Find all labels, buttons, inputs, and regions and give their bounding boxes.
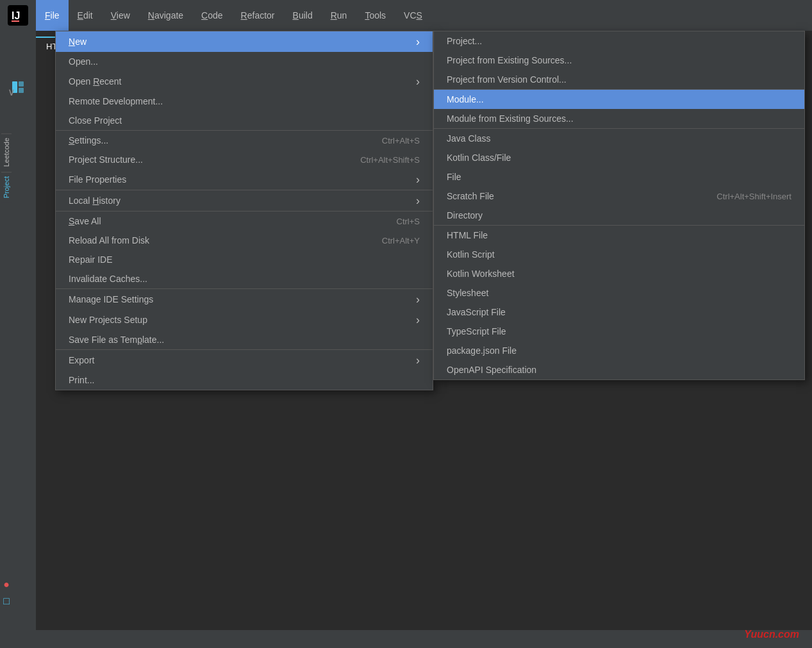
file-menu-open-recent[interactable]: Open Recent (56, 71, 433, 92)
new-openapi[interactable]: OpenAPI Specification (434, 360, 804, 379)
file-menu-save-all[interactable]: Save All Ctrl+S (56, 211, 433, 231)
new-stylesheet-label: Stylesheet (447, 288, 488, 298)
file-menu-save-template[interactable]: Save File as Template... (56, 330, 433, 349)
watermark-text: Yuucn.com (744, 629, 799, 640)
file-menu-remote-dev[interactable]: Remote Development... (56, 92, 433, 111)
new-java-class-label: Java Class (447, 133, 490, 144)
new-project-label: Project... (447, 36, 482, 46)
new-kotlin-script-label: Kotlin Script (447, 249, 495, 260)
menu-navigate[interactable]: Navigate (139, 0, 192, 31)
menu-file[interactable]: File (36, 0, 69, 31)
manage-ide-arrow (416, 294, 420, 305)
file-menu-project-structure-shortcut: Ctrl+Alt+Shift+S (360, 155, 420, 165)
file-menu-remote-dev-label: Remote Development... (69, 96, 163, 106)
file-menu-local-history[interactable]: Local History (56, 190, 433, 211)
menu-navigate-label: Navigate (148, 10, 183, 21)
file-properties-arrow (416, 174, 420, 185)
file-menu-repair-ide-label: Repair IDE (69, 254, 112, 265)
menu-items: File Edit View Navigate Code Refactor Bu… (36, 0, 431, 31)
file-menu-open[interactable]: Open... (56, 52, 433, 71)
file-menu-local-history-label: Local History (69, 195, 120, 206)
file-menu-project-structure[interactable]: Project Structure... Ctrl+Alt+Shift+S (56, 150, 433, 169)
sidebar-bottom-icon2[interactable]: □ (1, 593, 12, 610)
menu-code-label: Code (201, 10, 222, 21)
menu-view[interactable]: View (102, 0, 139, 31)
new-file[interactable]: File (434, 167, 804, 187)
sidebar-chevron-icon[interactable]: ∨ (8, 86, 15, 98)
file-menu-manage-ide-label: Manage IDE Settings (69, 294, 153, 304)
new-scratch-file[interactable]: Scratch File Ctrl+Alt+Shift+Insert (434, 187, 804, 206)
new-java-class[interactable]: Java Class (434, 128, 804, 148)
file-menu-open-label: Open... (69, 56, 98, 67)
file-menu-repair-ide[interactable]: Repair IDE (56, 250, 433, 269)
new-kotlin-class[interactable]: Kotlin Class/File (434, 148, 804, 167)
local-history-arrow (416, 195, 420, 206)
menu-file-label: File (45, 10, 60, 21)
menu-tools[interactable]: Tools (356, 0, 395, 31)
new-kotlin-worksheet[interactable]: Kotlin Worksheet (434, 264, 804, 283)
new-directory[interactable]: Directory (434, 206, 804, 225)
file-menu-close-project[interactable]: Close Project (56, 111, 433, 130)
new-kotlin-worksheet-label: Kotlin Worksheet (447, 269, 515, 279)
menu-run[interactable]: Run (322, 0, 356, 31)
new-stylesheet[interactable]: Stylesheet (434, 283, 804, 303)
left-sidebar: Leetcode Project ● □ ∨ (0, 31, 36, 648)
menu-build-label: Build (293, 10, 313, 21)
new-module-label: Module... (447, 94, 484, 104)
new-javascript-file[interactable]: JavaScript File (434, 303, 804, 322)
new-kotlin-script[interactable]: Kotlin Script (434, 245, 804, 264)
new-submenu: Project... Project from Existing Sources… (433, 31, 805, 380)
new-html-file[interactable]: HTML File (434, 225, 804, 245)
menu-edit-label: Edit (78, 10, 93, 21)
sidebar-bottom-icon1[interactable]: ● (1, 576, 12, 593)
menu-build[interactable]: Build (284, 0, 322, 31)
menu-vcs[interactable]: VCS (395, 0, 431, 31)
new-scratch-file-shortcut: Ctrl+Alt+Shift+Insert (717, 192, 791, 201)
new-javascript-file-label: JavaScript File (447, 307, 506, 317)
file-menu-new[interactable]: New (56, 31, 433, 52)
new-package-json[interactable]: package.json File (434, 341, 804, 360)
file-menu-settings[interactable]: Settings... Ctrl+Alt+S (56, 130, 433, 150)
file-menu-invalidate-label: Invalidate Caches... (69, 274, 147, 284)
new-typescript-file-label: TypeScript File (447, 326, 506, 336)
app-logo: IJ (0, 0, 36, 31)
file-menu-export[interactable]: Export (56, 349, 433, 370)
new-file-label: File (447, 172, 461, 182)
file-menu-close-project-label: Close Project (69, 115, 122, 126)
sidebar-leetcode-label[interactable]: Leetcode (1, 133, 12, 170)
file-menu-print-label: Print... (69, 375, 94, 385)
sidebar-project-label[interactable]: Project (1, 172, 12, 202)
file-menu-new-projects-setup[interactable]: New Projects Setup (56, 310, 433, 330)
menu-view-label: View (111, 10, 130, 21)
new-typescript-file[interactable]: TypeScript File (434, 322, 804, 341)
file-menu-print[interactable]: Print... (56, 370, 433, 390)
file-menu-reload-shortcut: Ctrl+Alt+Y (382, 236, 420, 245)
file-menu-save-all-label: Save All (69, 216, 101, 226)
new-openapi-label: OpenAPI Specification (447, 365, 536, 375)
file-menu-file-properties[interactable]: File Properties (56, 169, 433, 190)
file-menu-manage-ide[interactable]: Manage IDE Settings (56, 288, 433, 310)
file-menu-save-template-label: Save File as Template... (69, 335, 164, 345)
menu-edit[interactable]: Edit (69, 0, 102, 31)
file-menu-open-recent-label: Open Recent (69, 76, 122, 87)
new-kotlin-class-label: Kotlin Class/File (447, 153, 511, 163)
bottom-toolbar (0, 630, 812, 648)
new-module-existing[interactable]: Module from Existing Sources... (434, 109, 804, 128)
new-project-vcs-label: Project from Version Control... (447, 74, 567, 85)
new-module[interactable]: Module... (434, 89, 804, 109)
menu-refactor[interactable]: Refactor (232, 0, 284, 31)
file-menu-save-all-shortcut: Ctrl+S (397, 217, 420, 226)
new-submenu-arrow (416, 36, 420, 47)
file-menu-reload[interactable]: Reload All from Disk Ctrl+Alt+Y (56, 231, 433, 250)
file-menu-new-label: New (69, 37, 87, 47)
menu-run-label: Run (331, 10, 347, 21)
file-menu-invalidate[interactable]: Invalidate Caches... (56, 269, 433, 288)
menu-code[interactable]: Code (192, 0, 231, 31)
new-directory-label: Directory (447, 210, 483, 220)
menu-vcs-label: VCS (404, 10, 422, 21)
file-menu-reload-label: Reload All from Disk (69, 235, 149, 245)
new-project-vcs[interactable]: Project from Version Control... (434, 70, 804, 89)
new-project-existing[interactable]: Project from Existing Sources... (434, 51, 804, 70)
new-project[interactable]: Project... (434, 31, 804, 51)
logo-icon: IJ (8, 5, 28, 26)
